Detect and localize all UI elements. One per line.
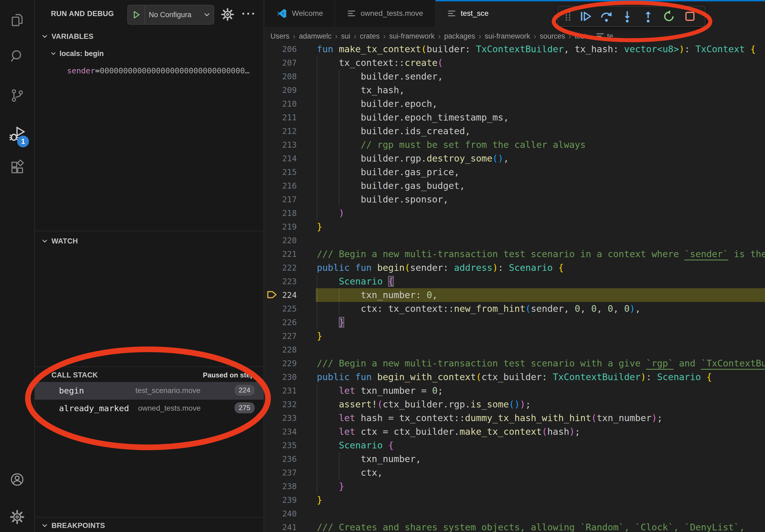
line-number[interactable]: 216 xyxy=(265,179,297,193)
breadcrumb-item[interactable]: test xyxy=(575,32,586,40)
debug-config-dropdown[interactable]: No Configura xyxy=(127,5,214,25)
line-number[interactable]: 237 xyxy=(265,466,297,479)
line-number[interactable]: 235 xyxy=(265,438,297,452)
call-stack-frame[interactable]: already_markedowned_tests.move275 xyxy=(35,400,264,417)
code-line[interactable]: 225 ctx: tx_context::new_from_hint(sende… xyxy=(265,302,765,316)
tab-owned-tests-move[interactable]: owned_tests.move xyxy=(335,0,435,27)
code-editor[interactable]: 206fun make_tx_context(builder: TxContex… xyxy=(265,46,765,532)
code-line[interactable]: 240 xyxy=(265,507,765,520)
drag-handle[interactable] xyxy=(562,8,574,25)
line-number[interactable]: 225 xyxy=(265,302,297,316)
line-number[interactable]: 210 xyxy=(265,97,297,111)
line-number[interactable]: 213 xyxy=(265,138,297,151)
code-line[interactable]: 231 let txn_number = 0; xyxy=(265,384,765,398)
code-line[interactable]: 218 ) xyxy=(265,206,765,220)
activity-item-settings[interactable] xyxy=(0,502,34,532)
line-number[interactable]: 224 xyxy=(265,288,297,302)
line-number[interactable]: 236 xyxy=(265,452,297,466)
line-number[interactable]: 223 xyxy=(265,275,297,288)
code-line[interactable]: 233 let hash = tx_context::dummy_tx_hash… xyxy=(265,411,765,425)
call-stack-frame[interactable]: begintest_scenario.move224 xyxy=(35,382,264,400)
activity-item-source-control[interactable] xyxy=(0,80,34,111)
code-line[interactable]: 239} xyxy=(265,493,765,507)
code-line[interactable]: 224 txn_number: 0, xyxy=(265,288,765,302)
step-into-button[interactable] xyxy=(618,8,637,25)
tab-welcome[interactable]: Welcome xyxy=(265,0,335,27)
code-line[interactable]: 228 xyxy=(265,343,765,357)
line-number[interactable]: 229 xyxy=(265,357,297,370)
line-number[interactable]: 208 xyxy=(265,70,297,83)
breadcrumb-item[interactable]: Users xyxy=(271,32,290,40)
code-line[interactable]: 236 txn_number, xyxy=(265,452,765,466)
line-number[interactable]: 219 xyxy=(265,220,297,234)
line-number[interactable]: 231 xyxy=(265,384,297,398)
activity-item-accounts[interactable] xyxy=(0,464,34,494)
line-number[interactable]: 241 xyxy=(265,520,297,532)
breadcrumb-item[interactable]: adamwelc xyxy=(299,32,332,40)
start-debug-button[interactable] xyxy=(128,5,145,24)
code-line[interactable]: 216 builder.gas_budget, xyxy=(265,179,765,193)
line-number[interactable]: 240 xyxy=(265,507,297,520)
step-over-button[interactable] xyxy=(597,8,616,25)
code-line[interactable]: 213 // rgp must be set from the caller a… xyxy=(265,138,765,151)
line-number[interactable]: 217 xyxy=(265,193,297,206)
line-number[interactable]: 222 xyxy=(265,261,297,275)
section-breakpoints[interactable]: BREAKPOINTS xyxy=(35,519,264,532)
line-number[interactable]: 232 xyxy=(265,398,297,411)
breadcrumb-item[interactable]: sui-framework xyxy=(485,32,530,40)
continue-button[interactable] xyxy=(576,8,595,25)
line-number[interactable]: 221 xyxy=(265,247,297,261)
step-out-button[interactable] xyxy=(638,8,658,25)
restart-button[interactable] xyxy=(659,8,679,25)
code-line[interactable]: 237 ctx, xyxy=(265,466,765,479)
line-number[interactable]: 206 xyxy=(265,46,297,56)
line-number[interactable]: 226 xyxy=(265,316,297,329)
breadcrumb-item[interactable]: sources xyxy=(539,32,565,40)
breadcrumb-item[interactable]: sui xyxy=(341,32,350,40)
breadcrumb-item[interactable]: crates xyxy=(360,32,380,40)
code-line[interactable]: 223 Scenario { xyxy=(265,275,765,288)
variable-row[interactable]: sender = 0000000000000000000000000000000… xyxy=(35,64,264,78)
line-number[interactable]: 214 xyxy=(265,151,297,165)
line-number[interactable]: 211 xyxy=(265,111,297,124)
activity-item-explorer[interactable] xyxy=(0,5,34,35)
code-line[interactable]: 229/// Begin a new multi-transaction tes… xyxy=(265,357,765,370)
code-line[interactable]: 209 tx_hash, xyxy=(265,83,765,97)
code-line[interactable]: 220 xyxy=(265,234,765,247)
line-number[interactable]: 234 xyxy=(265,425,297,438)
activity-item-search[interactable] xyxy=(0,41,34,71)
code-line[interactable]: 211 builder.epoch_timestamp_ms, xyxy=(265,111,765,124)
sidebar-gear-button[interactable] xyxy=(221,8,235,23)
code-line[interactable]: 215 builder.gas_price, xyxy=(265,165,765,179)
code-line[interactable]: 241/// Creates and shares system objects… xyxy=(265,520,765,532)
section-variables[interactable]: VARIABLES xyxy=(35,30,264,43)
line-number[interactable]: 228 xyxy=(265,343,297,357)
breadcrumb-item[interactable]: packages xyxy=(444,32,475,40)
section-watch[interactable]: WATCH xyxy=(35,235,264,247)
line-number[interactable]: 220 xyxy=(265,234,297,247)
breadcrumb-file[interactable]: te xyxy=(596,32,613,40)
code-line[interactable]: 221/// Begin a new multi-transaction tes… xyxy=(265,247,765,261)
sidebar-more-actions-button[interactable] xyxy=(242,11,255,18)
code-line[interactable]: 222public fun begin(sender: address): Sc… xyxy=(265,261,765,275)
line-number[interactable]: 209 xyxy=(265,83,297,97)
code-line[interactable]: 208 builder.sender, xyxy=(265,70,765,83)
code-line[interactable]: 210 builder.epoch, xyxy=(265,97,765,111)
code-line[interactable]: 207 tx_context::create( xyxy=(265,56,765,70)
code-line[interactable]: 227} xyxy=(265,329,765,343)
code-line[interactable]: 226 } xyxy=(265,316,765,329)
code-line[interactable]: 217 builder.sponsor, xyxy=(265,193,765,206)
variables-scope-row[interactable]: locals: begin xyxy=(35,47,264,61)
line-number[interactable]: 207 xyxy=(265,56,297,70)
line-number[interactable]: 212 xyxy=(265,124,297,138)
breadcrumb-item[interactable]: sui-framework xyxy=(389,32,435,40)
code-line[interactable]: 206fun make_tx_context(builder: TxContex… xyxy=(265,46,765,56)
code-line[interactable]: 238 } xyxy=(265,479,765,493)
line-number[interactable]: 233 xyxy=(265,411,297,425)
stop-button[interactable] xyxy=(680,8,700,25)
code-line[interactable]: 232 assert!(ctx_builder.rgp.is_some()); xyxy=(265,398,765,411)
line-number[interactable]: 215 xyxy=(265,165,297,179)
section-call-stack[interactable]: CALL STACK Paused on step xyxy=(35,369,264,382)
code-line[interactable]: 219} xyxy=(265,220,765,234)
activity-item-run-and-debug[interactable]: 1 xyxy=(0,119,34,149)
